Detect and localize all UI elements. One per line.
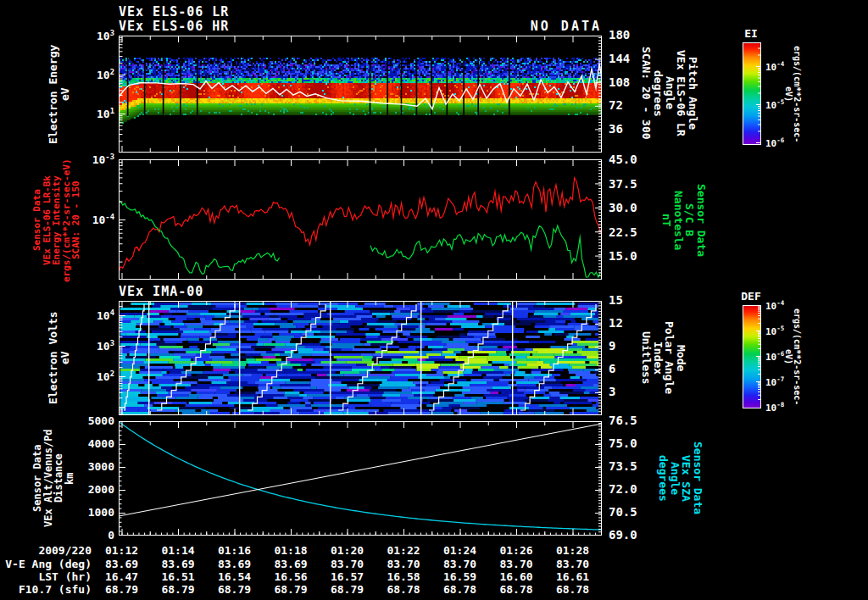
footer-value: 68.79 — [105, 583, 138, 596]
exponent: -6 — [776, 350, 784, 358]
axis-tick-label: 0 — [25, 529, 114, 542]
axis-tick-label: 3 — [609, 385, 615, 398]
footer-value: 83.69 — [218, 558, 251, 570]
axis-tick-label: 73.5 — [609, 459, 637, 473]
footer-value: 01:18 — [274, 544, 307, 557]
footer-row-label: LST (hr) — [0, 570, 92, 583]
els-right-axis-label: Pitch Angle VEx ELS-06 LR Angle degrees … — [637, 29, 698, 158]
axis-tick-label: 10-6 — [765, 136, 784, 149]
exponent: 4 — [110, 308, 114, 317]
ima-right-axis-label: Mode Polar Angle Index Unitless — [637, 301, 687, 415]
footer-value: 68.78 — [556, 583, 589, 596]
axis-tick-label: 3000 — [25, 460, 114, 473]
axis-tick-label: 1000 — [25, 506, 114, 519]
colorbar-def — [743, 305, 761, 412]
axis-tick-label: 102 — [25, 68, 114, 81]
footer-value: 68.79 — [218, 583, 251, 596]
vex-orbit-plot-screen: VEx ELS-06 LR VEx ELS-06 HR NO DATA VEx … — [0, 0, 868, 600]
colorbar-ei-gradient — [743, 42, 761, 145]
axis-tick-label: 10-4 — [25, 213, 114, 226]
footer-value: 16.56 — [274, 570, 307, 583]
footer-value: 16.58 — [387, 570, 420, 583]
exponent: -3 — [105, 153, 114, 161]
footer-value: 01:26 — [499, 544, 532, 557]
colorbar-def-units: ergs/(cm**2-sr-sec-eV) — [789, 303, 801, 410]
exponent: -6 — [776, 136, 784, 144]
footer-row-label: V-E Ang (deg) — [0, 558, 92, 570]
axis-tick-label: 10-5 — [765, 98, 784, 111]
footer-value: 16.60 — [499, 570, 532, 583]
axis-tick-label: 76.5 — [609, 414, 637, 427]
axis-tick-label: 10-4 — [765, 299, 784, 312]
axis-tick-label: 72.0 — [609, 482, 637, 496]
footer-value: 83.69 — [105, 558, 138, 570]
axis-tick-label: 75.0 — [609, 436, 637, 450]
footer-value: 16.51 — [161, 570, 194, 583]
sensor-lineplot-panel — [119, 159, 602, 280]
alt-sza-panel — [119, 421, 602, 536]
axis-tick-label: 15 — [609, 293, 623, 307]
footer-value: 16.54 — [218, 570, 251, 583]
footer-value: 83.69 — [161, 558, 194, 570]
axis-tick-label: 103 — [25, 29, 114, 42]
els-lr-title: VEx ELS-06 LR — [119, 4, 229, 19]
footer-value: 68.79 — [274, 583, 307, 596]
axis-tick-label: 69.0 — [609, 528, 637, 542]
exponent: -8 — [776, 401, 784, 408]
sensor-lineplot-canvas — [119, 159, 602, 280]
footer-value: 83.70 — [443, 558, 476, 570]
axis-tick-label: 101 — [25, 107, 114, 120]
exponent: -5 — [776, 98, 784, 106]
footer-value: 68.79 — [331, 583, 364, 596]
axis-tick-label: 180 — [609, 28, 630, 42]
els-left-axis-label: Electron Energy eV — [47, 36, 75, 153]
axis-tick-label: 6 — [609, 362, 615, 375]
axis-tick-label: 15.0 — [609, 249, 637, 263]
axis-tick-label: 10-8 — [765, 401, 784, 414]
axis-tick-label: 104 — [25, 308, 114, 322]
alt-sza-canvas — [119, 421, 602, 536]
axis-tick-label: 12 — [609, 316, 623, 330]
axis-tick-label: 144 — [609, 52, 630, 65]
axis-tick-label: 22.5 — [609, 225, 637, 239]
footer-row-label: 2009/220 — [0, 544, 92, 557]
sensor-right-axis-label: Sensor Data S/C B Nanotesla nT — [658, 161, 707, 280]
axis-tick-label: 10-4 — [765, 60, 784, 73]
exponent: -5 — [776, 325, 784, 332]
exponent: -7 — [776, 375, 784, 383]
axis-tick-label: 108 — [609, 75, 630, 89]
axis-tick-label: 10-3 — [25, 153, 114, 166]
axis-tick-label: 10-5 — [765, 325, 784, 337]
ima-spectrogram-canvas — [119, 301, 602, 415]
footer-value: 01:24 — [443, 544, 476, 557]
footer-value: 01:28 — [556, 544, 589, 557]
footer-value: 01:16 — [218, 544, 251, 557]
footer-value: 83.70 — [387, 558, 420, 570]
exponent: 1 — [110, 107, 114, 115]
axis-tick-label: 30.0 — [609, 201, 637, 214]
axis-tick-label: 2000 — [25, 483, 114, 496]
footer-value: 83.70 — [331, 558, 364, 570]
axis-tick-label: 10-7 — [765, 375, 784, 388]
colorbar-def-label: DEF — [734, 290, 768, 303]
footer-value: 68.78 — [387, 583, 420, 596]
footer-value: 83.70 — [499, 558, 532, 570]
footer-value: 01:22 — [387, 544, 420, 557]
colorbar-ei-label: EI — [737, 27, 765, 40]
colorbar-ei — [743, 42, 761, 148]
exponent: -4 — [776, 60, 784, 68]
colorbar-ei-units: ergs/(cm**2-sr-sec-eV) — [789, 41, 801, 147]
axis-tick-label: 5000 — [25, 414, 114, 427]
footer-value: 16.57 — [331, 570, 364, 583]
axis-tick-label: 9 — [609, 339, 615, 353]
ima-title: VEx IMA-00 — [119, 284, 203, 299]
axis-tick-label: 103 — [25, 339, 114, 353]
axis-tick-label: 10-6 — [765, 350, 784, 363]
footer-value: 83.70 — [556, 558, 589, 570]
footer-value: 16.47 — [105, 570, 138, 583]
axis-tick-label: 70.5 — [609, 505, 637, 519]
exponent: 3 — [110, 29, 114, 37]
exponent: -4 — [105, 213, 114, 221]
footer-value: 01:12 — [105, 544, 138, 557]
footer-value: 16.59 — [443, 570, 476, 583]
